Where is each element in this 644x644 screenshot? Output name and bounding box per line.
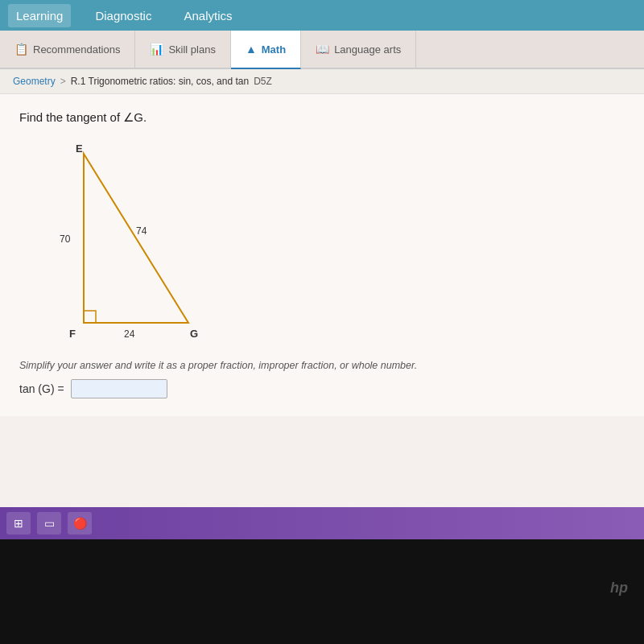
tab-language-arts-label: Language arts (334, 43, 401, 56)
main-content: Find the tangent of ∠G. E F G 70 74 24 (0, 94, 644, 416)
triangle-container: E F G 70 74 24 (35, 138, 213, 347)
screen: Learning Diagnostic Analytics 📋 Recommen… (0, 0, 644, 539)
nav-analytics[interactable]: Analytics (175, 4, 240, 27)
svg-text:G: G (190, 328, 198, 340)
language-arts-icon: 📖 (316, 43, 329, 56)
breadcrumb-geometry[interactable]: Geometry (13, 76, 56, 87)
svg-text:F: F (69, 328, 76, 340)
breadcrumb-separator: > (60, 76, 66, 87)
svg-text:70: 70 (60, 233, 71, 245)
svg-text:E: E (76, 142, 83, 155)
breadcrumb-lesson: R.1 Trigonometric ratios: sin, cos, and … (71, 76, 249, 87)
svg-rect-1 (84, 311, 96, 323)
tab-language-arts[interactable]: 📖 Language arts (301, 31, 416, 68)
tab-bar: 📋 Recommendations 📊 Skill plans ▲ Math 📖… (0, 31, 644, 69)
nav-diagnostic[interactable]: Diagnostic (87, 4, 159, 27)
svg-text:74: 74 (136, 225, 147, 237)
breadcrumb-code: D5Z (254, 76, 272, 87)
answer-input[interactable] (71, 379, 167, 398)
taskbar-btn-tablet[interactable]: ▭ (37, 512, 61, 535)
math-icon: ▲ (246, 43, 257, 56)
tab-skill-plans-label: Skill plans (168, 43, 216, 56)
svg-marker-0 (84, 154, 188, 323)
recommendations-icon: 📋 (14, 43, 28, 56)
tab-recommendations-label: Recommendations (33, 43, 120, 56)
tab-math[interactable]: ▲ Math (231, 31, 301, 69)
top-nav: Learning Diagnostic Analytics (0, 0, 644, 31)
tab-math-label: Math (262, 43, 286, 56)
answer-label: tan (G) = (19, 382, 64, 395)
tab-recommendations[interactable]: 📋 Recommendations (0, 31, 135, 68)
taskbar: ⊞ ▭ 🔴 (0, 507, 644, 539)
hint-text: Simplify your answer and write it as a p… (19, 360, 625, 371)
breadcrumb: Geometry > R.1 Trigonometric ratios: sin… (0, 69, 644, 94)
tab-skill-plans[interactable]: 📊 Skill plans (135, 31, 231, 68)
triangle-svg: E F G 70 74 24 (35, 138, 213, 355)
bezel: hp (0, 539, 644, 644)
hp-logo: hp (610, 580, 628, 597)
nav-learning[interactable]: Learning (8, 4, 71, 27)
answer-row: tan (G) = (19, 379, 625, 398)
taskbar-btn-app[interactable]: 🔴 (68, 512, 92, 535)
svg-text:24: 24 (124, 328, 135, 340)
question-text: Find the tangent of ∠G. (19, 110, 625, 125)
skill-plans-icon: 📊 (150, 43, 163, 56)
taskbar-btn-windows[interactable]: ⊞ (6, 512, 31, 535)
